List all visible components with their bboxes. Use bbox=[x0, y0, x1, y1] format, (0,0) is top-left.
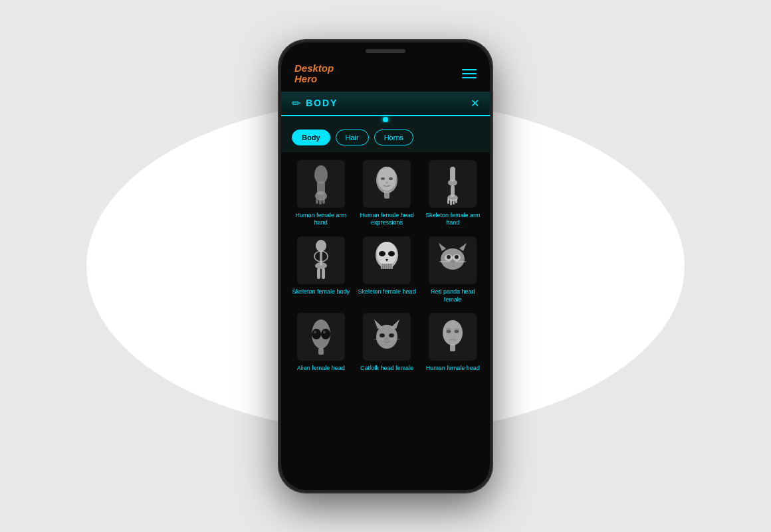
svg-point-24 bbox=[316, 240, 326, 252]
svg-point-42 bbox=[441, 248, 465, 270]
svg-rect-21 bbox=[453, 199, 455, 205]
item-label-rphf: Red panda head female bbox=[423, 288, 483, 304]
item-thumb-chf bbox=[363, 313, 411, 361]
grid-content[interactable]: Human female arm hand bbox=[281, 152, 490, 490]
progress-row bbox=[281, 116, 490, 123]
hfhe-image bbox=[364, 161, 409, 207]
svg-point-58 bbox=[314, 331, 316, 333]
svg-rect-19 bbox=[447, 199, 449, 204]
filter-tabs: Body Hair Horns bbox=[281, 123, 490, 152]
item-thumb-sfh bbox=[363, 236, 411, 284]
svg-rect-15 bbox=[450, 167, 455, 181]
svg-point-74 bbox=[443, 320, 463, 345]
svg-rect-20 bbox=[450, 199, 452, 205]
category-title: BODY bbox=[306, 98, 338, 108]
item-label-chf: Catfolk head female bbox=[360, 365, 413, 373]
list-item[interactable]: Human female arm hand bbox=[289, 157, 352, 231]
logo-desktop: Desktop bbox=[294, 62, 334, 74]
sfah-image bbox=[430, 161, 475, 207]
list-item[interactable]: Skeleton female arm hand bbox=[421, 157, 485, 231]
item-thumb-hfhe bbox=[363, 160, 411, 208]
svg-rect-22 bbox=[455, 199, 457, 203]
svg-point-49 bbox=[447, 255, 451, 259]
hfah-image bbox=[298, 161, 344, 207]
svg-point-50 bbox=[455, 255, 459, 259]
list-item[interactable]: Human female head bbox=[421, 310, 485, 377]
progress-dot bbox=[383, 117, 388, 122]
svg-point-57 bbox=[321, 329, 330, 339]
svg-point-9 bbox=[378, 167, 396, 191]
item-label-hfhe: Human female head expressions bbox=[356, 212, 417, 227]
item-thumb-sfah bbox=[429, 160, 477, 208]
item-thumb-rphf bbox=[429, 236, 477, 284]
phone-screen: Desktop Hero ✏ BODY ✕ bbox=[281, 43, 490, 490]
hamburger-line-3 bbox=[462, 77, 477, 78]
sfh-image bbox=[364, 238, 409, 283]
phone-frame: Desktop Hero ✏ BODY ✕ bbox=[279, 41, 492, 492]
list-item[interactable]: Skeleton female head bbox=[355, 234, 418, 308]
items-grid: Human female arm hand bbox=[289, 157, 485, 377]
svg-rect-29 bbox=[322, 268, 325, 279]
svg-point-34 bbox=[388, 251, 395, 256]
volume-down-button bbox=[279, 155, 280, 182]
svg-rect-28 bbox=[317, 268, 320, 279]
list-item[interactable]: Alien female head bbox=[289, 310, 352, 377]
volume-up-button bbox=[279, 122, 280, 149]
list-item[interactable]: Skeleton female body bbox=[289, 234, 352, 308]
tab-body[interactable]: Body bbox=[292, 130, 330, 145]
svg-point-70 bbox=[385, 338, 388, 341]
svg-point-1 bbox=[314, 165, 328, 184]
svg-point-68 bbox=[380, 333, 385, 337]
svg-point-11 bbox=[381, 177, 385, 180]
rphf-image bbox=[430, 238, 475, 283]
svg-point-13 bbox=[386, 181, 388, 183]
phone-notch bbox=[366, 49, 405, 53]
item-label-afh: Alien female head bbox=[297, 365, 345, 373]
svg-rect-6 bbox=[322, 199, 325, 204]
item-thumb-hfh bbox=[429, 313, 477, 361]
category-banner: ✏ BODY ✕ bbox=[281, 92, 490, 116]
svg-point-59 bbox=[323, 331, 326, 333]
phone-wrapper: Desktop Hero ✏ BODY ✕ bbox=[279, 41, 492, 492]
svg-rect-75 bbox=[450, 344, 455, 351]
list-item[interactable]: Red panda head female bbox=[421, 234, 485, 308]
power-button bbox=[491, 135, 492, 175]
svg-point-63 bbox=[376, 325, 397, 349]
svg-rect-61 bbox=[318, 348, 324, 355]
item-thumb-hfah bbox=[297, 160, 345, 208]
chf-image bbox=[364, 314, 409, 359]
svg-rect-4 bbox=[316, 199, 318, 204]
svg-point-16 bbox=[448, 179, 457, 186]
svg-point-77 bbox=[455, 330, 459, 333]
item-label-hfh: Human female head bbox=[426, 365, 480, 373]
svg-point-56 bbox=[312, 329, 321, 339]
edit-icon: ✏ bbox=[292, 97, 300, 110]
list-item[interactable]: Human female head expressions bbox=[355, 157, 418, 231]
tab-hair[interactable]: Hair bbox=[336, 130, 369, 145]
hamburger-line-1 bbox=[462, 69, 477, 70]
item-label-sfb: Skeleton female body bbox=[292, 288, 350, 296]
svg-rect-5 bbox=[319, 199, 322, 205]
svg-point-12 bbox=[389, 177, 393, 180]
svg-rect-10 bbox=[384, 191, 389, 199]
logo-hero: Hero bbox=[294, 74, 334, 85]
item-label-sfah: Skeleton female arm hand bbox=[423, 212, 483, 227]
hfh-image bbox=[430, 314, 475, 359]
afh-image bbox=[298, 314, 344, 359]
item-thumb-sfb bbox=[297, 236, 345, 284]
category-banner-left: ✏ BODY bbox=[292, 97, 338, 110]
tab-horns[interactable]: Horns bbox=[374, 130, 413, 145]
svg-point-33 bbox=[379, 251, 386, 256]
list-item[interactable]: Catfolk head female bbox=[355, 310, 418, 377]
close-button[interactable]: ✕ bbox=[471, 97, 479, 110]
item-thumb-afh bbox=[297, 313, 345, 361]
hamburger-menu[interactable] bbox=[462, 69, 477, 78]
svg-point-27 bbox=[315, 262, 327, 269]
svg-point-69 bbox=[389, 333, 394, 337]
sfb-image bbox=[298, 238, 344, 283]
item-label-hfah: Human female arm hand bbox=[290, 212, 351, 227]
svg-point-51 bbox=[451, 260, 455, 263]
svg-point-76 bbox=[447, 330, 451, 333]
item-label-sfh: Skeleton female head bbox=[358, 288, 415, 296]
hamburger-line-2 bbox=[462, 73, 477, 74]
